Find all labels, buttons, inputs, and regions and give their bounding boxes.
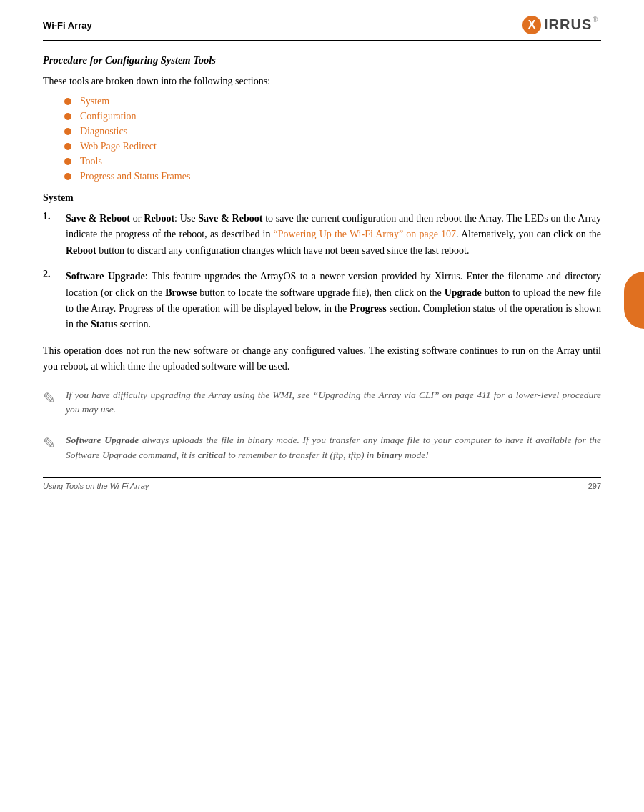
bullet-label[interactable]: Progress and Status Frames bbox=[80, 171, 190, 182]
bold-reboot-2: Reboot bbox=[66, 245, 96, 256]
page-footer: Using Tools on the Wi-Fi Array 297 bbox=[43, 477, 601, 490]
footer-right: 297 bbox=[588, 482, 601, 490]
xirrus-logo-svg: X IRRUS ® bbox=[522, 14, 601, 36]
numbered-list: 1. Save & Reboot or Reboot: Use Save & R… bbox=[43, 211, 601, 333]
bullet-icon bbox=[64, 173, 71, 180]
list-item: Progress and Status Frames bbox=[43, 171, 601, 182]
bullet-label[interactable]: System bbox=[80, 96, 109, 107]
header-title: Wi-Fi Array bbox=[43, 20, 92, 31]
num-label-2: 2. bbox=[43, 269, 66, 280]
bullet-label[interactable]: Tools bbox=[80, 156, 102, 167]
bullet-icon bbox=[64, 158, 71, 165]
list-item: Diagnostics bbox=[43, 126, 601, 137]
bold-save-reboot-2: Save & Reboot bbox=[198, 213, 262, 224]
note2-bold1: Software Upgrade bbox=[66, 435, 139, 445]
svg-text:IRRUS: IRRUS bbox=[544, 16, 592, 32]
svg-text:X: X bbox=[528, 19, 536, 31]
bullet-icon bbox=[64, 143, 71, 150]
note-icon-2: ✎ bbox=[43, 435, 56, 453]
bold-browse: Browse bbox=[165, 287, 197, 298]
note-text-1: If you have difficulty upgrading the Arr… bbox=[66, 388, 601, 418]
logo: X IRRUS ® bbox=[522, 14, 601, 36]
svg-text:®: ® bbox=[593, 16, 598, 24]
note-box-2: ✎ Software Upgrade always uploads the fi… bbox=[43, 429, 601, 467]
list-item: System bbox=[43, 96, 601, 107]
bold-status: Status bbox=[91, 319, 117, 330]
list-item: Web Page Redirect bbox=[43, 141, 601, 152]
num-label-1: 1. bbox=[43, 211, 66, 222]
bullet-label[interactable]: Configuration bbox=[80, 111, 137, 122]
bold-reboot: Reboot bbox=[144, 213, 174, 224]
num-content-2: Software Upgrade: This feature upgrades … bbox=[66, 269, 601, 333]
list-item: Configuration bbox=[43, 111, 601, 122]
numbered-item-2: 2. Software Upgrade: This feature upgrad… bbox=[43, 269, 601, 333]
note-text-2: Software Upgrade always uploads the file… bbox=[66, 433, 601, 463]
note-box-1: ✎ If you have difficulty upgrading the A… bbox=[43, 384, 601, 422]
bullet-label[interactable]: Web Page Redirect bbox=[80, 141, 157, 152]
bullet-icon bbox=[64, 128, 71, 135]
bold-save-reboot: Save & Reboot bbox=[66, 213, 130, 224]
page-header: Wi-Fi Array X IRRUS ® bbox=[43, 14, 601, 41]
section-title: Procedure for Configuring System Tools bbox=[43, 54, 601, 66]
bold-software-upgrade: Software Upgrade bbox=[66, 271, 145, 282]
num-content-1: Save & Reboot or Reboot: Use Save & Rebo… bbox=[66, 211, 601, 259]
footer-left: Using Tools on the Wi-Fi Array bbox=[43, 482, 149, 490]
bullet-list: System Configuration Diagnostics Web Pag… bbox=[43, 96, 601, 182]
note2-bold3: binary bbox=[377, 450, 402, 460]
note-icon-1: ✎ bbox=[43, 390, 56, 408]
note2-bold2: critical bbox=[198, 450, 226, 460]
note2-text2: to remember to transfer it (ftp, tftp) i… bbox=[226, 450, 377, 460]
plain-paragraph: This operation does not run the new soft… bbox=[43, 343, 601, 375]
system-heading: System bbox=[43, 192, 601, 204]
powering-up-link[interactable]: “Powering Up the Wi-Fi Array” on page 10… bbox=[274, 229, 456, 239]
note2-text3: mode! bbox=[402, 450, 429, 460]
bullet-icon bbox=[64, 98, 71, 105]
bullet-icon bbox=[64, 113, 71, 120]
intro-text: These tools are broken down into the fol… bbox=[43, 74, 601, 89]
list-item: Tools bbox=[43, 156, 601, 167]
bold-upgrade: Upgrade bbox=[445, 287, 482, 298]
bullet-label[interactable]: Diagnostics bbox=[80, 126, 127, 137]
orange-tab bbox=[624, 272, 644, 329]
bold-progress: Progress bbox=[350, 303, 387, 314]
numbered-item-1: 1. Save & Reboot or Reboot: Use Save & R… bbox=[43, 211, 601, 259]
